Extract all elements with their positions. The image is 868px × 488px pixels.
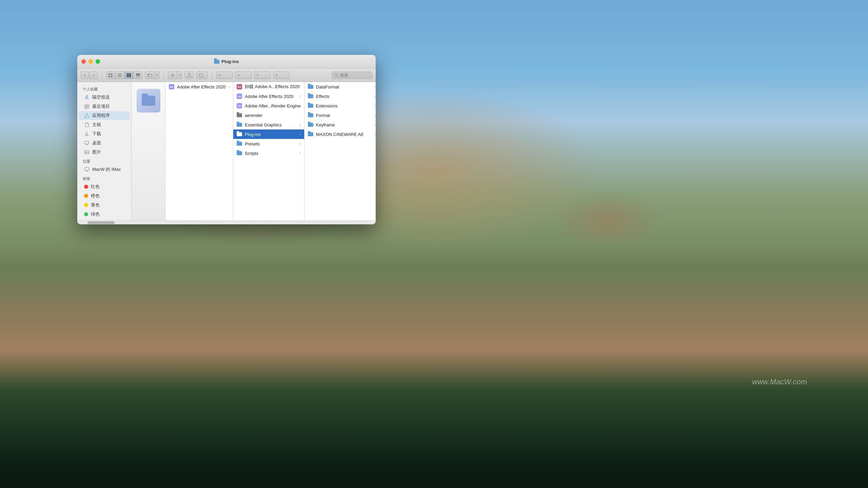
sort-dropdown-4[interactable]: ▾ (273, 72, 290, 79)
column-3-item-dataformat[interactable]: DataFormat › (304, 82, 376, 92)
forward-button[interactable]: › (90, 72, 98, 79)
settings-button[interactable]: ▾ (168, 72, 182, 79)
column-1: Ae Adobe After Effects 2020 › (165, 82, 233, 220)
sidebar-section-favorites: 个人收藏 (77, 85, 131, 93)
svg-rect-2 (108, 76, 110, 77)
minimize-button[interactable] (88, 59, 93, 64)
column-1-item-ae2020[interactable]: Ae Adobe After Effects 2020 › (165, 82, 233, 92)
svg-rect-13 (139, 77, 140, 77)
sidebar-item-tag-green[interactable]: 绿色 (79, 210, 130, 219)
ae-app2-icon: Ae (237, 94, 242, 99)
maximize-button[interactable] (96, 59, 100, 64)
svg-rect-1 (111, 73, 113, 75)
sidebar-item-tag-yellow[interactable]: 黄色 (79, 201, 130, 209)
sidebar-label-tag-green: 绿色 (91, 211, 100, 217)
column-2-item-presets[interactable]: Presets › (233, 139, 304, 148)
sidebar-label-airdrop: 隔空投送 (92, 94, 110, 100)
sidebar-label-applications: 应用程序 (92, 113, 110, 119)
search-box[interactable] (332, 72, 372, 79)
column-2-ae-app-chevron: › (299, 95, 300, 98)
svg-rect-6 (118, 76, 122, 77)
column-2-presets-chevron: › (299, 142, 300, 146)
tag-button[interactable] (196, 72, 208, 79)
column-3-extensions-label: Extensions (316, 103, 338, 108)
finder-window: Plug-ins ‹ › (77, 55, 376, 224)
tab-view-button[interactable]: ▾ (145, 72, 159, 79)
svg-rect-5 (118, 75, 122, 76)
svg-rect-17 (199, 74, 203, 77)
column-2-essential-label: Essential Graphics (245, 122, 281, 127)
svg-rect-11 (136, 77, 137, 77)
column-2-item-uninstall[interactable]: Ae 卸载 Adobe A...Effects 2020 (233, 82, 304, 92)
sidebar-item-tag-red[interactable]: 红色 (79, 182, 130, 191)
columns-scrollbar[interactable] (77, 220, 376, 224)
sidebar-item-desktop[interactable]: 桌面 (79, 139, 130, 147)
search-icon (335, 73, 339, 77)
sidebar-label-tag-red: 红色 (91, 184, 100, 190)
back-button[interactable]: ‹ (81, 72, 89, 79)
close-button[interactable] (81, 59, 86, 64)
sort-dropdown-2[interactable]: ▾ (235, 72, 252, 79)
share-button[interactable] (185, 72, 194, 79)
sidebar-item-airdrop[interactable]: 隔空投送 (79, 93, 130, 102)
column-3-keyframe-chevron: › (374, 123, 375, 127)
sidebar-item-recents[interactable]: 最近项目 (79, 102, 130, 111)
sidebar-item-documents[interactable]: 文稿 (79, 120, 130, 129)
sidebar-item-pictures[interactable]: 图片 (79, 148, 130, 157)
column-3-item-extensions[interactable]: Extensions › (304, 101, 376, 110)
column-3-item-keyframe[interactable]: Keyframe › (304, 120, 376, 129)
effects-folder-icon (308, 94, 313, 98)
svg-rect-28 (85, 167, 89, 170)
toolbar: ‹ › (77, 68, 376, 82)
list-view-button[interactable] (115, 72, 124, 79)
column-view-button[interactable] (124, 72, 133, 79)
tag-yellow-dot (84, 203, 88, 207)
sidebar-label-pictures: 图片 (92, 149, 101, 155)
column-2-item-essential[interactable]: Essential Graphics › (233, 120, 304, 129)
sort-dropdown-1[interactable]: ▾ (216, 72, 233, 79)
svg-point-16 (172, 75, 173, 76)
sort-dropdown-3[interactable]: ▾ (254, 72, 271, 79)
sidebar-item-applications[interactable]: 应用程序 (79, 111, 130, 120)
column-2-item-aerender[interactable]: aerender (233, 110, 304, 120)
window-title: Plug-ins (214, 59, 239, 64)
uninstall-icon: Ae (237, 84, 242, 89)
column-2: Ae 卸载 Adobe A...Effects 2020 Ae Adobe Af… (233, 82, 304, 220)
svg-rect-10 (136, 73, 140, 76)
nav-buttons: ‹ › (81, 72, 98, 79)
recents-icon (84, 104, 90, 109)
downloads-icon (84, 131, 90, 137)
view-buttons (106, 72, 142, 79)
title-folder-icon (214, 60, 219, 64)
column-3-item-format[interactable]: Format › (304, 110, 376, 120)
column-2-scripts-label: Scripts (245, 151, 258, 156)
sidebar-label-downloads: 下载 (92, 131, 101, 137)
sidebar-item-downloads[interactable]: 下载 (79, 129, 130, 138)
column-3-keyframe-label: Keyframe (316, 122, 335, 127)
format-folder-icon (308, 113, 313, 117)
sidebar-item-tag-orange[interactable]: 橙色 (79, 191, 130, 200)
sidebar-label-desktop: 桌面 (92, 140, 101, 146)
sidebar-item-imac[interactable]: MacW 的 iMac (79, 165, 130, 174)
search-input[interactable] (340, 73, 367, 78)
aerender-file-icon (237, 113, 242, 117)
column-1-ae2020-chevron: › (229, 85, 230, 89)
svg-rect-8 (129, 73, 130, 77)
svg-rect-4 (118, 74, 122, 74)
column-3-effects-chevron: › (374, 95, 375, 98)
traffic-lights (81, 59, 100, 64)
svg-rect-24 (85, 107, 87, 108)
column-2-item-ae-app[interactable]: Ae Adobe After Effects 2020 › (233, 92, 304, 101)
column-2-item-plugins[interactable]: Plug-ins › (233, 129, 304, 139)
icon-view-button[interactable] (106, 72, 115, 79)
column-3-item-effects[interactable]: Effects › (304, 92, 376, 101)
dataformat-folder-icon (308, 85, 313, 89)
columns-browser: Ae Adobe After Effects 2020 › Ae 卸载 Adob… (132, 82, 376, 220)
column-3-item-maxon[interactable]: MAXON CINEWARE AE › (304, 129, 376, 139)
column-2-item-scripts[interactable]: Scripts › (233, 148, 304, 158)
scrollbar-thumb[interactable] (87, 221, 115, 224)
column-2-presets-label: Presets (245, 141, 260, 146)
column-2-item-ae-render[interactable]: Ae Adobe After...Render Engine (233, 101, 304, 110)
gallery-view-button[interactable] (134, 72, 142, 79)
tag-green-dot (84, 212, 88, 216)
